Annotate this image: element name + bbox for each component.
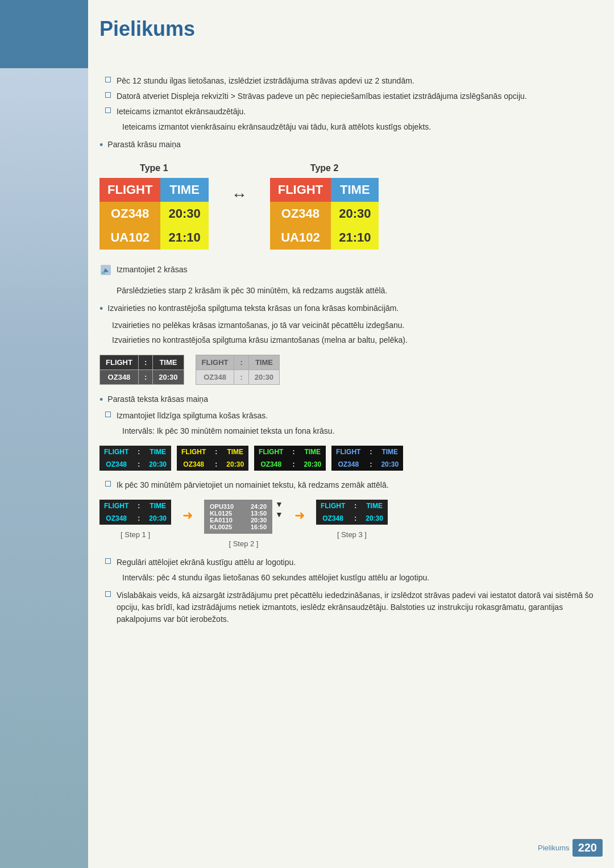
dark-row-time: 20:30 xyxy=(153,369,184,384)
step-arrow-2: ➜ xyxy=(294,500,305,523)
cb1-sep1: : xyxy=(133,446,144,458)
section-bullet-contrast: • Izvairieties no kontrastējoša spilgtum… xyxy=(99,302,597,315)
step-arrow-1: ➜ xyxy=(182,500,193,523)
contrast-bullet-text: Izvairieties no kontrastējoša spilgtuma … xyxy=(107,302,399,314)
cb1-h-flight: FLIGHT xyxy=(99,446,133,458)
step2-row1: OPU310 24:20 xyxy=(210,503,267,510)
dark-header-time: TIME xyxy=(153,355,184,369)
bullet-text-2: Datorā atveriet Displeja rekvizīti > Str… xyxy=(117,90,527,102)
step3-container: FLIGHT : TIME OZ348 : 20:30 [ Step 3 ] xyxy=(316,500,388,539)
step2-r3-c1: EA0110 xyxy=(210,517,233,524)
type2-2110: 21:10 xyxy=(331,226,379,250)
dot-icon-contrast: • xyxy=(99,302,103,315)
type2-header-time: TIME xyxy=(331,178,379,202)
sq-icon-parvietojiet xyxy=(105,481,111,487)
vislabakais-text: Vislabākais veids, kā aizsargāt izstrādā… xyxy=(117,589,597,625)
step3-box: FLIGHT : TIME OZ348 : 20:30 xyxy=(316,500,388,525)
type2-row2: UA102 21:10 xyxy=(270,226,379,250)
vislabakais-bullet: Vislabākais veids, kā aizsargāt izstrādā… xyxy=(99,589,597,625)
parasta-krasu-maina-label: Parastā krāsu maiņa xyxy=(107,139,180,151)
cb2-h-time: TIME xyxy=(222,446,248,458)
color-box-cyan: FLIGHT : TIME OZ348 : 20:30 xyxy=(99,446,171,471)
s3-sep1: : xyxy=(350,500,361,512)
contrast-sub1: Izvairieties no pelēkas krāsas izmantoša… xyxy=(99,319,597,331)
step2-row3: EA0110 20:30 xyxy=(210,517,267,524)
page-number: 220 xyxy=(572,839,603,857)
s1-r-flight: OZ348 xyxy=(99,512,133,525)
cb1-r-time: 20:30 xyxy=(144,458,171,471)
s1-r-time: 20:30 xyxy=(144,512,171,525)
color-boxes-row: FLIGHT : TIME OZ348 : 20:30 FLIGHT : TIM… xyxy=(99,446,597,471)
type1-2110: 21:10 xyxy=(160,226,208,250)
grey-row-time: 20:30 xyxy=(248,369,279,384)
intervāls-logo-text: Intervāls: pēc 4 stundu ilgas lietošanas… xyxy=(99,572,597,584)
s1-h-time: TIME xyxy=(144,500,171,512)
sq-icon-vislabakais xyxy=(105,591,111,597)
svg-rect-1 xyxy=(102,272,105,274)
section-bullet-teksta: • Parastā teksta krāsas maiņa xyxy=(99,393,597,406)
type2-header-row: FLIGHT TIME xyxy=(270,178,379,202)
left-strip xyxy=(0,0,88,868)
grey-row-sep2: : xyxy=(234,369,248,384)
color-box-green: FLIGHT : TIME OZ348 : 20:30 xyxy=(254,446,326,471)
type2-ua102: UA102 xyxy=(270,226,331,250)
s1-sep1: : xyxy=(133,500,144,512)
type2-row1: OZ348 20:30 xyxy=(270,202,379,226)
type1-oz348: OZ348 xyxy=(99,202,160,226)
parasta-teksta-label: Parastā teksta krāsas maiņa xyxy=(107,393,208,405)
grey-header-flight: FLIGHT xyxy=(196,355,234,369)
step2-r2-c2: 13:50 xyxy=(251,510,267,517)
step1-box: FLIGHT : TIME OZ348 : 20:30 xyxy=(99,500,171,525)
cb4-sep1: : xyxy=(365,446,376,458)
type2-header-flight: FLIGHT xyxy=(270,178,331,202)
step2-r4-c1: KL0025 xyxy=(210,524,232,530)
type1-row2: UA102 21:10 xyxy=(99,226,209,250)
down-arrow-1: ▼ xyxy=(275,500,283,509)
bullet-item-1: Pēc 12 stundu ilgas lietošanas, izslēdzi… xyxy=(99,75,597,87)
cb2-h-flight: FLIGHT xyxy=(177,446,210,458)
izmantojiet-bullet: Izmantojiet līdzīga spilgtuma košas krās… xyxy=(99,410,597,422)
type1-ua102: UA102 xyxy=(99,226,160,250)
step2-row2: KL0125 13:50 xyxy=(210,510,267,517)
step3-label: [ Step 3 ] xyxy=(337,530,367,539)
grey-box-row: OZ348 : 20:30 xyxy=(196,369,280,384)
bullet-text-1: Pēc 12 stundu ilgas lietošanas, izslēdzi… xyxy=(117,75,414,87)
regulari-text: Regulāri attēlojiet ekrānā kustīgu attēl… xyxy=(117,556,296,568)
grey-row-flight: OZ348 xyxy=(196,369,234,384)
square-bullet-icon-1 xyxy=(105,77,111,82)
step2-r1-c1: OPU310 xyxy=(210,503,234,510)
cb4-r-time: 20:30 xyxy=(376,458,403,471)
cb4-sep2: : xyxy=(365,458,376,471)
page-footer: Pielikums 220 xyxy=(538,839,603,857)
dark-box-row: OZ348 : 20:30 xyxy=(100,369,184,384)
grey-header-sep1: : xyxy=(234,355,248,369)
dot-icon-teksta: • xyxy=(99,393,103,406)
type2-table: FLIGHT TIME OZ348 20:30 UA102 21:10 xyxy=(270,178,379,250)
cb1-r-flight: OZ348 xyxy=(99,458,133,471)
cb3-r-time: 20:30 xyxy=(299,458,326,471)
type1-row1: OZ348 20:30 xyxy=(99,202,209,226)
step2-container: OPU310 24:20 KL0125 13:50 EA0110 20:30 K… xyxy=(204,500,283,548)
dark-header-sep1: : xyxy=(138,355,152,369)
type1-label: Type 1 xyxy=(140,163,168,173)
bullet-item-3: Ieteicams izmantot ekrānsaudzētāju. xyxy=(99,106,597,118)
step2-r3-c2: 20:30 xyxy=(251,517,267,524)
step1-label: [ Step 1 ] xyxy=(121,530,150,539)
intervals-text: Intervāls: Ik pēc 30 minūtēm nomainiet t… xyxy=(99,425,597,437)
dark-row-sep2: : xyxy=(138,369,152,384)
cb3-h-time: TIME xyxy=(299,446,326,458)
type2-2030: 20:30 xyxy=(331,202,379,226)
note-row-1: Izmantojiet 2 krāsas xyxy=(99,264,597,276)
sq-icon-izmantojiet xyxy=(105,412,111,417)
types-container: Type 1 FLIGHT TIME OZ348 20:30 UA102 21:… xyxy=(99,163,597,250)
page-title: Pielikums xyxy=(99,17,597,41)
down-arrow-2: ▼ xyxy=(275,510,283,519)
step2-row4: KL0025 16:50 xyxy=(210,524,267,530)
type2-oz348: OZ348 xyxy=(270,202,331,226)
type1-table: FLIGHT TIME OZ348 20:30 UA102 21:10 xyxy=(99,178,209,250)
note-icon-1 xyxy=(99,264,112,276)
dark-flight-box: FLIGHT : TIME OZ348 : 20:30 xyxy=(99,355,184,385)
type1-block: Type 1 FLIGHT TIME OZ348 20:30 UA102 21:… xyxy=(99,163,209,250)
s3-r-flight: OZ348 xyxy=(316,512,350,525)
s1-sep2: : xyxy=(133,512,144,525)
